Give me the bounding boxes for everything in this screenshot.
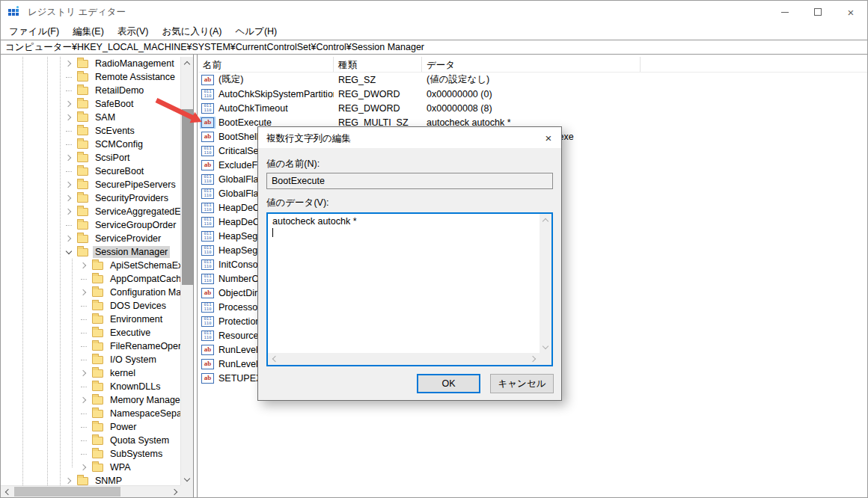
chevron-right-icon[interactable] [64, 58, 74, 69]
tree-item-label[interactable]: RetailDemo [93, 84, 146, 96]
maximize-button[interactable] [801, 1, 834, 23]
scroll-right-arrow-icon[interactable] [169, 486, 181, 497]
tree-item[interactable]: Configuration Man [1, 286, 181, 299]
tree-item-label[interactable]: Remote Assistance [93, 71, 177, 83]
tree-item[interactable]: Power [1, 420, 181, 434]
ok-button[interactable]: OK [417, 374, 480, 393]
pane-splitter[interactable] [195, 55, 198, 497]
tree-item[interactable]: ServiceProvider [1, 232, 181, 245]
tree-item-label[interactable]: Session Manager [93, 246, 170, 258]
tree-item[interactable]: Environment [1, 313, 181, 326]
tree-item-label[interactable]: SafeBoot [93, 98, 135, 110]
chevron-right-icon[interactable] [64, 153, 74, 163]
chevron-right-icon[interactable] [79, 260, 89, 271]
tree-item-label[interactable]: Configuration Man [108, 286, 181, 298]
minimize-button[interactable] [768, 1, 801, 23]
tree-item-label[interactable]: Memory Managem [108, 394, 181, 406]
chevron-right-icon[interactable] [64, 112, 74, 123]
tree-item[interactable]: SecurityProviders [1, 191, 181, 205]
scroll-left-arrow-icon[interactable] [1, 486, 13, 497]
tree-item[interactable]: I/O System [1, 353, 181, 366]
chevron-right-icon[interactable] [79, 287, 89, 298]
tree-item-label[interactable]: WPA [108, 461, 133, 473]
tree-item-label[interactable]: RadioManagement [93, 58, 177, 70]
h-scrollbar-thumb[interactable] [14, 487, 120, 497]
tree-item-label[interactable]: SAM [93, 111, 117, 123]
textarea-horizontal-scrollbar[interactable] [268, 353, 540, 365]
scroll-right-arrow-icon[interactable] [528, 353, 540, 365]
menu-file[interactable]: ファイル(F) [2, 24, 66, 40]
tree-item[interactable]: SubSystems [1, 447, 181, 461]
tree-item-label[interactable]: ApiSetSchemaExter [108, 259, 181, 271]
close-button[interactable]: × [834, 1, 867, 23]
chevron-right-icon[interactable] [64, 179, 74, 190]
tree-item-label[interactable]: NamespaceSeparat [108, 408, 181, 419]
chevron-right-icon[interactable] [64, 206, 74, 217]
tree-item[interactable]: SafeBoot [1, 97, 181, 111]
menu-view[interactable]: 表示(V) [111, 24, 156, 40]
chevron-right-icon[interactable] [64, 476, 74, 486]
tree-item-label[interactable]: FileRenameOperati [108, 340, 181, 352]
menu-edit[interactable]: 編集(E) [66, 24, 111, 40]
tree-item-label[interactable]: ServiceAggregatedEve [93, 206, 181, 218]
scroll-up-arrow-icon[interactable] [540, 214, 551, 226]
tree-item[interactable]: ScEvents [1, 124, 181, 138]
tree-horizontal-scrollbar[interactable] [1, 485, 181, 497]
menu-favorites[interactable]: お気に入り(A) [155, 24, 228, 40]
column-header-type[interactable]: 種類 [334, 57, 422, 72]
tree-item[interactable]: SecureBoot [1, 165, 181, 178]
scroll-down-arrow-icon[interactable] [540, 341, 551, 353]
chevron-right-icon[interactable] [64, 233, 74, 244]
tree-item[interactable]: Session Manager [1, 245, 181, 259]
cancel-button[interactable]: キャンセル [490, 374, 554, 393]
tree-item[interactable]: ApiSetSchemaExter [1, 259, 181, 272]
value-data-textarea[interactable]: autocheck autochk * [266, 212, 553, 366]
chevron-right-icon[interactable] [79, 462, 89, 473]
tree-item[interactable]: Quota System [1, 434, 181, 447]
tree-item[interactable]: ServiceAggregatedEve [1, 205, 181, 218]
tree-item-label[interactable]: SecurityProviders [93, 192, 171, 204]
tree-item-label[interactable]: ScEvents [93, 125, 137, 137]
textarea-vertical-scrollbar[interactable] [540, 214, 551, 353]
v-scrollbar-thumb[interactable] [182, 109, 193, 285]
tree-item[interactable]: SAM [1, 111, 181, 124]
tree-item[interactable]: WPA [1, 461, 181, 474]
chevron-right-icon[interactable] [79, 368, 89, 378]
tree-item[interactable]: NamespaceSeparat [1, 407, 181, 420]
column-header-name[interactable]: 名前 [198, 57, 334, 72]
dialog-close-button[interactable]: × [536, 127, 561, 148]
tree-item[interactable]: Executive [1, 326, 181, 339]
tree-item-label[interactable]: SecureBoot [93, 165, 146, 177]
tree-item[interactable]: ScsiPort [1, 151, 181, 165]
chevron-right-icon[interactable] [64, 99, 74, 109]
tree-item[interactable]: kernel [1, 366, 181, 380]
tree-item-label[interactable]: Environment [108, 313, 165, 325]
tree-item-label[interactable]: ServiceGroupOrder [93, 219, 178, 231]
tree-item[interactable]: DOS Devices [1, 299, 181, 313]
tree-item[interactable]: Memory Managem [1, 393, 181, 407]
scroll-up-arrow-icon[interactable] [181, 57, 193, 69]
tree-item-label[interactable]: SecurePipeServers [93, 179, 178, 191]
tree-item-label[interactable]: I/O System [108, 354, 159, 366]
column-header-data[interactable]: データ [422, 57, 641, 72]
tree-item-label[interactable]: Power [108, 421, 138, 433]
tree-item-label[interactable]: ScsiPort [93, 152, 132, 164]
tree-item-label[interactable]: DOS Devices [108, 300, 168, 312]
tree-item[interactable]: SCMConfig [1, 138, 181, 151]
scroll-left-arrow-icon[interactable] [268, 353, 280, 365]
tree-item[interactable]: AppCompatCache [1, 272, 181, 286]
value-row[interactable]: ab(既定)REG_SZ(値の設定なし) [198, 73, 867, 87]
tree-item[interactable]: SecurePipeServers [1, 178, 181, 191]
tree-item[interactable]: FileRenameOperati [1, 339, 181, 353]
tree-item-label[interactable]: ServiceProvider [93, 233, 163, 245]
tree-item[interactable]: Remote Assistance [1, 70, 181, 84]
tree-item[interactable]: RetailDemo [1, 84, 181, 97]
tree-item-label[interactable]: SubSystems [108, 448, 165, 460]
value-row[interactable]: 011110AutoChkSkipSystemPartitionREG_DWOR… [198, 87, 867, 101]
tree-item-label[interactable]: kernel [108, 367, 138, 379]
scroll-down-arrow-icon[interactable] [181, 473, 193, 485]
value-row[interactable]: 011110AutoChkTimeoutREG_DWORD0x00000008 … [198, 101, 867, 115]
chevron-down-icon[interactable] [64, 247, 74, 257]
tree-item-label[interactable]: Executive [108, 327, 153, 339]
tree-item-label[interactable]: Quota System [108, 434, 171, 446]
